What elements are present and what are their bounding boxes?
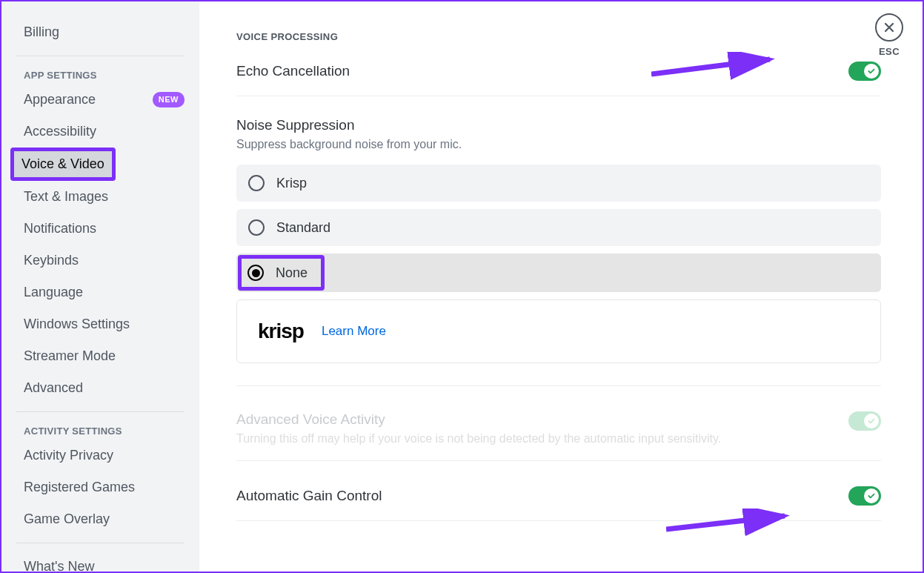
setting-title: Automatic Gain Control xyxy=(236,488,382,504)
sidebar-item-accessibility[interactable]: Accessibility xyxy=(16,116,192,148)
sidebar-item-game-overlay[interactable]: Game Overlay xyxy=(16,503,192,535)
sidebar-item-notifications[interactable]: Notifications xyxy=(16,213,192,245)
sidebar-header-activity-settings: ACTIVITY SETTINGS xyxy=(16,420,192,440)
sidebar-item-windows-settings[interactable]: Windows Settings xyxy=(16,308,192,340)
setting-desc: Turning this off may help if your voice … xyxy=(236,432,721,446)
check-icon xyxy=(867,67,876,76)
sidebar-item-billing[interactable]: Billing xyxy=(16,16,192,48)
krisp-learn-more-link[interactable]: Learn More xyxy=(322,324,386,339)
sidebar-item-language[interactable]: Language xyxy=(16,276,192,308)
advanced-voice-activity-toggle[interactable] xyxy=(848,411,881,431)
setting-title: Echo Cancellation xyxy=(236,63,350,79)
noise-option-none[interactable]: None xyxy=(236,254,881,292)
sidebar-item-registered-games[interactable]: Registered Games xyxy=(16,471,192,503)
close-settings-button[interactable]: ESC xyxy=(875,13,903,57)
sidebar-item-advanced[interactable]: Advanced xyxy=(16,372,192,404)
sidebar-item-activity-privacy[interactable]: Activity Privacy xyxy=(16,440,192,471)
toggle-knob xyxy=(864,488,879,503)
close-esc-label: ESC xyxy=(879,46,900,57)
noise-suppression-desc: Suppress background noise from your mic. xyxy=(236,138,881,151)
check-icon xyxy=(867,417,876,425)
close-circle xyxy=(875,13,903,42)
radio-label: Standard xyxy=(276,220,330,236)
setting-advanced-voice-activity: Advanced Voice Activity Turning this off… xyxy=(236,407,881,461)
sidebar-item-voice-video[interactable]: Voice & Video xyxy=(10,148,116,181)
toggle-knob xyxy=(864,64,879,79)
new-badge: NEW xyxy=(153,92,185,107)
divider xyxy=(16,543,185,543)
radio-icon xyxy=(247,265,264,281)
sidebar-header-app-settings: APP SETTINGS xyxy=(16,64,192,84)
radio-label: Krisp xyxy=(276,176,307,191)
setting-echo-cancellation: Echo Cancellation xyxy=(236,57,881,96)
automatic-gain-control-toggle[interactable] xyxy=(848,486,881,506)
krisp-info-card: krisp Learn More xyxy=(236,299,881,363)
toggle-knob xyxy=(864,414,879,428)
noise-suppression-section: Noise Suppression Suppress background no… xyxy=(236,117,881,363)
divider xyxy=(236,385,881,386)
settings-content: VOICE PROCESSING Echo Cancellation Noise… xyxy=(199,1,923,572)
section-header-voice-processing: VOICE PROCESSING xyxy=(236,31,881,42)
sidebar-item-appearance[interactable]: Appearance NEW xyxy=(16,84,192,116)
krisp-logo: krisp xyxy=(258,319,304,343)
sidebar-item-text-images[interactable]: Text & Images xyxy=(16,181,192,213)
sidebar-item-keybinds[interactable]: Keybinds xyxy=(16,245,192,276)
divider xyxy=(16,411,185,412)
close-icon xyxy=(883,21,896,34)
setting-title: Advanced Voice Activity xyxy=(236,411,721,428)
noise-option-krisp[interactable]: Krisp xyxy=(236,165,881,202)
noise-suppression-title: Noise Suppression xyxy=(236,117,881,133)
divider xyxy=(16,56,185,56)
setting-automatic-gain-control: Automatic Gain Control xyxy=(236,482,881,521)
noise-option-standard[interactable]: Standard xyxy=(236,209,881,246)
settings-sidebar: Billing APP SETTINGS Appearance NEW Acce… xyxy=(1,1,199,572)
radio-label: None xyxy=(276,265,308,281)
radio-icon xyxy=(248,219,265,236)
sidebar-item-streamer-mode[interactable]: Streamer Mode xyxy=(16,340,192,372)
echo-cancellation-toggle[interactable] xyxy=(848,62,881,81)
check-icon xyxy=(867,491,876,500)
sidebar-item-whats-new[interactable]: What's New xyxy=(16,551,192,572)
sidebar-item-label: Appearance xyxy=(24,90,96,110)
radio-icon xyxy=(248,175,265,191)
